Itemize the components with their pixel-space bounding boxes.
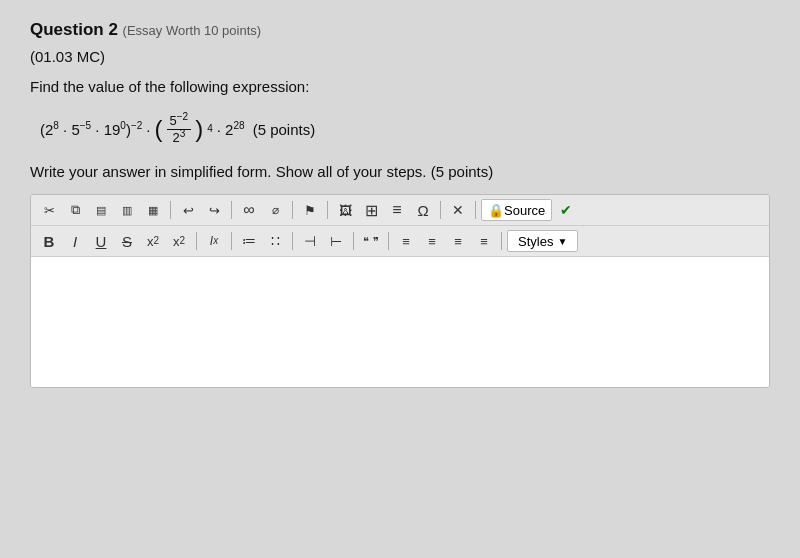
sep12 bbox=[501, 232, 502, 250]
align-center-button[interactable]: ≡ bbox=[420, 230, 444, 252]
anchor-button[interactable]: ⚑ bbox=[298, 199, 322, 221]
sep11 bbox=[388, 232, 389, 250]
styles-chevron: ▼ bbox=[557, 236, 567, 247]
sep1 bbox=[170, 201, 171, 219]
unlink-button[interactable]: ⌀ bbox=[263, 199, 287, 221]
remove-format-button[interactable]: Ix bbox=[202, 230, 226, 252]
sep5 bbox=[440, 201, 441, 219]
italic-button[interactable]: I bbox=[63, 230, 87, 252]
mc-label: (01.03 MC) bbox=[30, 48, 770, 65]
indent-right-button[interactable]: ⊢ bbox=[324, 230, 348, 252]
align-justify-button[interactable]: ≡ bbox=[472, 230, 496, 252]
source-label: Source bbox=[504, 203, 545, 218]
styles-label: Styles bbox=[518, 234, 553, 249]
undo-button[interactable]: ↩ bbox=[176, 199, 200, 221]
hline-button[interactable]: ≡ bbox=[385, 199, 409, 221]
unordered-list-button[interactable]: ∷ bbox=[263, 230, 287, 252]
sep9 bbox=[292, 232, 293, 250]
redo-button[interactable]: ↪ bbox=[202, 199, 226, 221]
bold-button[interactable]: B bbox=[37, 230, 61, 252]
sep8 bbox=[231, 232, 232, 250]
question-subtitle: (Essay Worth 10 points) bbox=[123, 23, 261, 38]
paste-word-button[interactable]: ▦ bbox=[141, 199, 165, 221]
toolbar-row2: B I U S x2 x2 Ix ≔ ∷ ⊣ ⊢ ❝ ❞ ≡ ≡ ≡ ≡ Sty… bbox=[31, 226, 769, 257]
underline-button[interactable]: U bbox=[89, 230, 113, 252]
strikethrough-button[interactable]: S bbox=[115, 230, 139, 252]
indent-left-button[interactable]: ⊣ bbox=[298, 230, 322, 252]
question-header: Question 2 (Essay Worth 10 points) bbox=[30, 20, 770, 40]
editor-container: ✂ ⧉ ▤ ▥ ▦ ↩ ↪ ∞ ⌀ ⚑ 🖼 ⊞ ≡ Ω ✕ 🔒 Source ✔… bbox=[30, 194, 770, 388]
sep6 bbox=[475, 201, 476, 219]
sep4 bbox=[327, 201, 328, 219]
special-char-button[interactable]: ✕ bbox=[446, 199, 470, 221]
blockquote-button[interactable]: ❝ ❞ bbox=[359, 230, 383, 252]
toolbar-row1: ✂ ⧉ ▤ ▥ ▦ ↩ ↪ ∞ ⌀ ⚑ 🖼 ⊞ ≡ Ω ✕ 🔒 Source ✔ bbox=[31, 195, 769, 226]
omega-button[interactable]: Ω bbox=[411, 199, 435, 221]
sep2 bbox=[231, 201, 232, 219]
check-button[interactable]: ✔ bbox=[554, 199, 578, 221]
source-button[interactable]: 🔒 Source bbox=[481, 199, 552, 221]
paste-button[interactable]: ▤ bbox=[89, 199, 113, 221]
align-right-button[interactable]: ≡ bbox=[446, 230, 470, 252]
image-button[interactable]: 🖼 bbox=[333, 199, 357, 221]
align-left-button[interactable]: ≡ bbox=[394, 230, 418, 252]
link-button[interactable]: ∞ bbox=[237, 199, 261, 221]
write-answer-prompt: Write your answer in simplified form. Sh… bbox=[30, 163, 770, 180]
superscript-button[interactable]: x2 bbox=[167, 230, 191, 252]
sep7 bbox=[196, 232, 197, 250]
sep3 bbox=[292, 201, 293, 219]
subscript-button[interactable]: x2 bbox=[141, 230, 165, 252]
sep10 bbox=[353, 232, 354, 250]
editor-body[interactable] bbox=[31, 257, 769, 387]
styles-button[interactable]: Styles ▼ bbox=[507, 230, 578, 252]
question-prompt: Find the value of the following expressi… bbox=[30, 75, 770, 99]
copy-button[interactable]: ⧉ bbox=[63, 199, 87, 221]
table-button[interactable]: ⊞ bbox=[359, 199, 383, 221]
scissors-button[interactable]: ✂ bbox=[37, 199, 61, 221]
paste-text-button[interactable]: ▥ bbox=[115, 199, 139, 221]
ordered-list-button[interactable]: ≔ bbox=[237, 230, 261, 252]
question-title: Question 2 bbox=[30, 20, 118, 39]
math-expression: (28 · 5−5 · 190)−2 · ( 5−2 23 ) 4 · 228 … bbox=[40, 113, 315, 145]
